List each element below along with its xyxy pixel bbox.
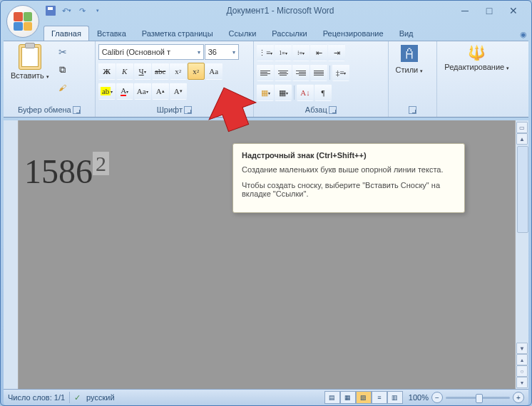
scroll-up-button[interactable]: ▲: [516, 133, 528, 145]
paste-label: Вставить ▾: [11, 71, 49, 80]
scroll-track[interactable]: [517, 146, 527, 341]
highlight-button[interactable]: ab▾: [98, 83, 116, 100]
change-case-button[interactable]: Aa: [205, 63, 222, 80]
undo-icon: ↶: [62, 6, 68, 16]
browse-object-button[interactable]: ○: [516, 365, 528, 377]
group-font-title: Шрифт: [157, 105, 183, 114]
status-word-count[interactable]: Число слов: 1/1: [8, 393, 65, 402]
statusbar: Число слов: 1/1 ✓ русский ▤ ▦ ▨ ≡ ▥ 100%…: [4, 389, 528, 405]
vertical-scrollbar[interactable]: ▭ ▲ ▼ ▴ ○ ▾: [515, 120, 528, 390]
next-page-button[interactable]: ▾: [516, 377, 528, 388]
zoom-thumb[interactable]: [476, 394, 483, 403]
view-full-screen[interactable]: ▦: [340, 391, 356, 404]
borders-icon: ▦: [279, 88, 286, 98]
borders-button[interactable]: ▦▾: [275, 84, 292, 101]
tab-insert[interactable]: Вставка: [89, 26, 134, 41]
zoom-out-button[interactable]: −: [431, 392, 443, 403]
underline-button[interactable]: Ч▾: [134, 63, 151, 80]
chevron-down-icon: ▾: [231, 49, 237, 56]
scroll-down-button[interactable]: ▼: [516, 343, 528, 354]
view-outline[interactable]: ≡: [372, 391, 387, 404]
numbering-button[interactable]: 1≡▾: [275, 44, 292, 61]
tab-home[interactable]: Главная: [44, 26, 89, 41]
tab-references[interactable]: Ссылки: [221, 26, 265, 41]
tab-page-layout[interactable]: Разметка страницы: [134, 26, 221, 41]
tab-view[interactable]: Вид: [392, 26, 421, 41]
scissors-icon: ✂: [58, 46, 67, 58]
justify-icon: [314, 71, 324, 76]
qat-customize[interactable]: ▾: [91, 4, 105, 18]
copy-button[interactable]: ⧉: [55, 62, 71, 78]
view-print-layout[interactable]: ▤: [324, 391, 340, 404]
clipboard-dialog-launcher[interactable]: [73, 106, 81, 114]
paragraph-dialog-launcher[interactable]: [329, 106, 337, 114]
ruler-toggle[interactable]: ▭: [516, 122, 528, 133]
font-dialog-launcher[interactable]: [184, 106, 192, 114]
tab-mailings[interactable]: Рассылки: [264, 26, 314, 41]
grow-font-button[interactable]: A▴: [152, 83, 169, 100]
font-name-combo[interactable]: Calibri (Основной т▾: [98, 44, 204, 60]
align-left-button[interactable]: [257, 64, 274, 81]
sort-button[interactable]: A↓: [297, 84, 314, 101]
copy-icon: ⧉: [59, 64, 66, 76]
font-size-combo[interactable]: 36▾: [205, 44, 239, 60]
close-button[interactable]: ✕: [504, 4, 523, 17]
minimize-button[interactable]: ─: [456, 4, 474, 17]
italic-button[interactable]: К: [116, 63, 133, 80]
view-draft[interactable]: ▥: [387, 391, 403, 404]
prev-page-button[interactable]: ▴: [516, 354, 528, 365]
maximize-button[interactable]: □: [480, 4, 498, 17]
office-logo-icon: [14, 12, 32, 31]
strike-button[interactable]: abc: [152, 63, 169, 80]
zoom-in-button[interactable]: +: [513, 392, 524, 403]
font-color-button[interactable]: A▾: [116, 83, 133, 100]
group-clipboard: Вставить ▾ ✂ ⧉ 🖌 Буфер обмена: [4, 41, 96, 117]
office-button[interactable]: [6, 5, 39, 38]
zoom-slider[interactable]: [446, 397, 510, 399]
quick-access-toolbar: ↶▾ ↷ ▾: [44, 4, 105, 18]
shrink-font-button[interactable]: A▾: [170, 83, 187, 100]
cut-button[interactable]: ✂: [55, 44, 71, 60]
increase-indent-button[interactable]: ⇥: [328, 44, 345, 61]
zoom-value[interactable]: 100%: [409, 393, 429, 402]
window-controls: ─ □ ✕: [456, 4, 523, 17]
align-right-icon: [296, 71, 306, 76]
view-web-layout[interactable]: ▨: [356, 391, 372, 404]
format-painter-button[interactable]: 🖌: [55, 80, 71, 95]
save-icon: [46, 6, 56, 16]
zoom-control: 100% − +: [409, 392, 524, 403]
styles-dialog-launcher[interactable]: [409, 106, 416, 114]
line-spacing-icon: ‡≡: [336, 68, 344, 77]
subscript-button[interactable]: x2: [170, 63, 187, 80]
shading-icon: ▦: [261, 88, 268, 98]
line-spacing-button[interactable]: ‡≡▾: [332, 64, 349, 81]
superscript-button[interactable]: x2: [188, 63, 205, 80]
show-marks-button[interactable]: ¶: [314, 84, 332, 101]
spellcheck-icon[interactable]: ✓: [74, 393, 81, 402]
paste-button[interactable]: Вставить ▾: [6, 43, 53, 81]
align-right-button[interactable]: [292, 64, 310, 81]
save-button[interactable]: [44, 4, 58, 18]
help-button[interactable]: ◉: [516, 28, 531, 41]
bullets-icon: ⋮≡: [258, 48, 270, 58]
change-case-2-button[interactable]: Aa▾: [134, 83, 151, 100]
align-center-button[interactable]: [275, 64, 292, 81]
multilevel-button[interactable]: ⁞≡▾: [292, 44, 310, 61]
bold-button[interactable]: Ж: [98, 63, 116, 80]
scroll-thumb[interactable]: [517, 146, 528, 233]
group-paragraph: ⋮≡▾ 1≡▾ ⁞≡▾ ⇤ ⇥ ‡≡▾ ▦▾ ▦▾: [254, 41, 388, 117]
styles-button[interactable]: 🅰 Стили ▾: [392, 43, 428, 76]
status-language[interactable]: русский: [86, 393, 114, 402]
editing-button[interactable]: 🔱 Редактирование ▾: [440, 43, 513, 73]
justify-button[interactable]: [310, 64, 327, 81]
group-editing: 🔱 Редактирование ▾: [437, 41, 528, 117]
vertical-ruler[interactable]: [4, 120, 19, 390]
decrease-indent-button[interactable]: ⇤: [310, 44, 327, 61]
bullets-button[interactable]: ⋮≡▾: [257, 44, 274, 61]
cursor-arrow-icon: [208, 86, 257, 136]
tab-review[interactable]: Рецензирование: [315, 26, 392, 41]
document-text[interactable]: 15862: [24, 152, 109, 191]
redo-button[interactable]: ↷: [75, 4, 89, 18]
shading-button[interactable]: ▦▾: [257, 84, 274, 101]
undo-button[interactable]: ↶▾: [59, 4, 73, 18]
